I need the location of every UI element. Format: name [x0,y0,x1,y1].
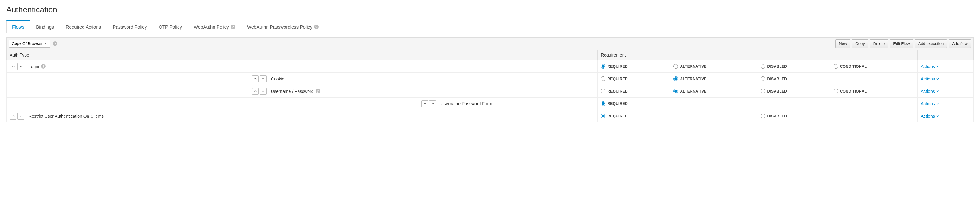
tab-password-policy[interactable]: Password Policy [107,21,153,33]
move-down-button[interactable] [18,113,24,120]
help-icon[interactable]: ? [314,24,319,29]
requirement-radio[interactable] [834,89,838,93]
actions-dropdown[interactable]: Actions [921,77,939,82]
tab-label: WebAuthn Passwordless Policy [247,24,312,29]
help-icon[interactable]: ? [316,89,320,93]
tab-required-actions[interactable]: Required Actions [60,21,107,33]
table-row: Username / Password? REQUIRED ALTERNATIV… [6,85,974,98]
tab-label: OTP Policy [159,24,182,29]
requirement-radio[interactable] [760,77,765,81]
requirement-cell-conditional [830,98,917,110]
flow-select[interactable]: Copy Of Browser [9,40,50,48]
requirement-option-alternative[interactable]: ALTERNATIVE [673,77,754,81]
requirement-radio[interactable] [673,77,678,81]
requirement-cell-alternative: ALTERNATIVE [670,60,757,73]
requirement-cell-disabled: DISABLED [757,60,830,73]
chevron-down-icon [936,90,939,93]
auth-name: Login [29,64,39,69]
requirement-cell-alternative [670,110,757,122]
copy-button[interactable]: Copy [852,40,868,48]
requirement-cell-disabled: DISABLED [757,73,830,85]
requirement-option-alternative[interactable]: ALTERNATIVE [673,64,754,69]
help-icon[interactable]: ? [231,24,235,29]
tab-webauthn-policy[interactable]: WebAuthn Policy? [188,21,241,33]
requirement-label: ALTERNATIVE [680,64,706,69]
actions-label: Actions [921,64,935,69]
edit-flow-button[interactable]: Edit Flow [890,40,913,48]
tab-bar: FlowsBindingsRequired ActionsPassword Po… [6,20,974,33]
requirement-radio[interactable] [601,64,605,69]
flow-table: Auth Type Requirement Login? REQUIRED AL… [6,50,974,122]
help-icon[interactable]: ? [41,64,46,69]
table-row: Restrict User Authentication On Clients … [6,110,974,122]
requirement-cell-alternative: ALTERNATIVE [670,85,757,98]
move-up-button[interactable] [422,100,428,107]
requirement-option-conditional[interactable]: CONDITIONAL [834,89,914,93]
move-down-button[interactable] [260,88,267,95]
requirement-radio[interactable] [760,114,765,119]
auth-cell-level-1 [248,110,418,122]
actions-dropdown[interactable]: Actions [921,114,939,119]
requirement-option-required[interactable]: REQUIRED [601,101,667,106]
requirement-option-alternative[interactable]: ALTERNATIVE [673,89,754,93]
requirement-radio[interactable] [760,89,765,93]
actions-cell: Actions [917,85,974,98]
requirement-label: REQUIRED [607,102,628,106]
auth-cell-level-0 [6,98,249,110]
move-down-button[interactable] [429,100,436,107]
add-execution-button[interactable]: Add execution [915,40,947,48]
move-up-button[interactable] [10,63,16,70]
new-button[interactable]: New [835,40,850,48]
move-up-button[interactable] [252,88,259,95]
tab-flows[interactable]: Flows [6,21,30,33]
requirement-option-disabled[interactable]: DISABLED [760,77,827,81]
requirement-radio[interactable] [601,77,605,81]
requirement-label: REQUIRED [607,89,628,93]
requirement-radio[interactable] [601,89,605,93]
auth-cell-level-2 [418,60,598,73]
requirement-cell-disabled: DISABLED [757,85,830,98]
requirement-radio[interactable] [673,89,678,93]
tab-bindings[interactable]: Bindings [30,21,60,33]
actions-label: Actions [921,77,935,82]
requirement-radio[interactable] [760,64,765,69]
requirement-label: CONDITIONAL [840,64,867,69]
move-up-button[interactable] [252,75,259,82]
requirement-option-required[interactable]: REQUIRED [601,114,667,119]
auth-cell-level-2 [418,110,598,122]
auth-cell-level-2 [418,85,598,98]
auth-cell-level-1: Cookie [248,73,418,85]
header-actions-blank [917,50,974,60]
page-title: Authentication [6,5,974,14]
requirement-option-required[interactable]: REQUIRED [601,64,667,69]
tab-otp-policy[interactable]: OTP Policy [153,21,188,33]
move-down-button[interactable] [18,63,24,70]
requirement-cell-alternative [670,98,757,110]
toolbar-button-group: NewCopyDeleteEdit FlowAdd executionAdd f… [835,40,971,48]
requirement-option-conditional[interactable]: CONDITIONAL [834,64,914,69]
requirement-option-required[interactable]: REQUIRED [601,89,667,93]
requirement-option-disabled[interactable]: DISABLED [760,64,827,69]
requirement-cell-required: REQUIRED [598,60,670,73]
requirement-option-disabled[interactable]: DISABLED [760,89,827,93]
requirement-cell-conditional: CONDITIONAL [830,60,917,73]
move-down-button[interactable] [260,75,267,82]
add-flow-button[interactable]: Add flow [949,40,971,48]
delete-button[interactable]: Delete [870,40,888,48]
tab-webauthn-passwordless-policy[interactable]: WebAuthn Passwordless Policy? [241,21,325,33]
actions-dropdown[interactable]: Actions [921,64,939,69]
actions-dropdown[interactable]: Actions [921,101,939,106]
requirement-radio[interactable] [601,114,605,119]
requirement-option-required[interactable]: REQUIRED [601,77,667,81]
requirement-option-disabled[interactable]: DISABLED [760,114,827,119]
tab-label: WebAuthn Policy [194,24,229,29]
auth-name: Username / Password [271,89,314,94]
move-up-button[interactable] [10,113,16,120]
requirement-label: DISABLED [767,114,787,119]
requirement-radio[interactable] [834,64,838,69]
requirement-radio[interactable] [601,101,605,106]
actions-dropdown[interactable]: Actions [921,89,939,94]
help-icon[interactable]: ? [53,41,57,46]
auth-cell-level-0: Login? [6,60,249,73]
requirement-radio[interactable] [673,64,678,69]
